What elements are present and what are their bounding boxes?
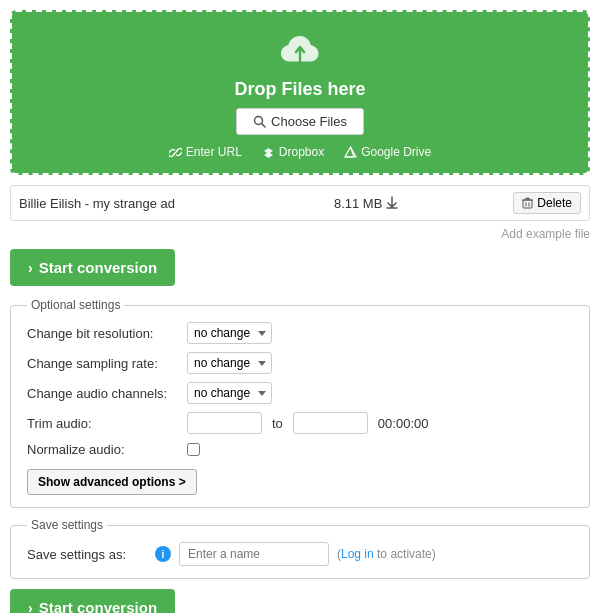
- audio-channels-label: Change audio channels:: [27, 386, 187, 401]
- info-icon[interactable]: i: [155, 546, 171, 562]
- bit-resolution-control: no change: [187, 322, 272, 344]
- sampling-rate-row: Change sampling rate: no change: [27, 352, 573, 374]
- chevron-right-icon: ›: [28, 260, 33, 276]
- optional-settings-legend: Optional settings: [27, 298, 124, 312]
- svg-marker-4: [264, 152, 273, 158]
- normalize-audio-label: Normalize audio:: [27, 442, 187, 457]
- show-advanced-button[interactable]: Show advanced options >: [27, 469, 197, 495]
- dropbox-link[interactable]: Dropbox: [262, 145, 324, 159]
- drop-zone[interactable]: Drop Files here Choose Files Enter URL: [10, 10, 590, 175]
- trim-audio-control: to 00:00:00: [187, 412, 428, 434]
- bit-resolution-label: Change bit resolution:: [27, 326, 187, 341]
- trim-audio-label: Trim audio:: [27, 416, 187, 431]
- save-settings-section: Save settings Save settings as: i (Log i…: [10, 518, 590, 579]
- audio-channels-select[interactable]: no change: [187, 382, 272, 404]
- login-link[interactable]: Log in: [341, 547, 374, 561]
- to-text: to: [272, 416, 283, 431]
- link-icon: [169, 146, 182, 159]
- trash-icon: [522, 197, 533, 209]
- svg-line-1: [262, 124, 266, 128]
- trim-start-input[interactable]: [187, 412, 262, 434]
- delete-button[interactable]: Delete: [513, 192, 581, 214]
- svg-rect-8: [523, 200, 532, 208]
- start-conversion-button-top[interactable]: › Start conversion: [10, 249, 175, 286]
- drop-links: Enter URL Dropbox Google Drive: [32, 145, 568, 159]
- normalize-checkbox[interactable]: [187, 443, 200, 456]
- trim-time-display: 00:00:00: [378, 416, 429, 431]
- trim-end-input[interactable]: [293, 412, 368, 434]
- sampling-rate-control: no change: [187, 352, 272, 374]
- add-example-text: Add example file: [10, 227, 590, 241]
- audio-channels-control: no change: [187, 382, 272, 404]
- normalize-audio-row: Normalize audio:: [27, 442, 573, 457]
- optional-settings-section: Optional settings Change bit resolution:…: [10, 298, 590, 508]
- sampling-rate-label: Change sampling rate:: [27, 356, 187, 371]
- save-settings-legend: Save settings: [27, 518, 107, 532]
- enter-url-link[interactable]: Enter URL: [169, 145, 242, 159]
- normalize-audio-control: [187, 443, 200, 456]
- trim-audio-row: Trim audio: to 00:00:00: [27, 412, 573, 434]
- bit-resolution-row: Change bit resolution: no change: [27, 322, 573, 344]
- save-settings-row: Save settings as: i (Log in to activate): [27, 542, 573, 566]
- save-name-input[interactable]: [179, 542, 329, 566]
- save-settings-label: Save settings as:: [27, 547, 147, 562]
- file-name: Billie Eilish - my strange ad: [19, 196, 219, 211]
- file-size: 8.11 MB: [219, 196, 513, 211]
- bit-resolution-select[interactable]: no change: [187, 322, 272, 344]
- drop-files-text: Drop Files here: [32, 79, 568, 100]
- upload-cloud-icon: [274, 30, 326, 75]
- choose-files-button[interactable]: Choose Files: [236, 108, 364, 135]
- audio-channels-row: Change audio channels: no change: [27, 382, 573, 404]
- dropbox-icon: [262, 146, 275, 159]
- google-drive-link[interactable]: Google Drive: [344, 145, 431, 159]
- page-wrapper: Drop Files here Choose Files Enter URL: [0, 0, 600, 613]
- sampling-rate-select[interactable]: no change: [187, 352, 272, 374]
- chevron-right-icon-bottom: ›: [28, 600, 33, 614]
- file-row: Billie Eilish - my strange ad 8.11 MB De…: [10, 185, 590, 221]
- search-icon: [253, 115, 266, 128]
- upload-icon: [386, 196, 398, 210]
- file-actions: Delete: [513, 192, 581, 214]
- google-drive-icon: [344, 146, 357, 159]
- start-conversion-button-bottom[interactable]: › Start conversion: [10, 589, 175, 613]
- svg-line-2: [173, 150, 177, 154]
- login-text: (Log in to activate): [337, 547, 436, 561]
